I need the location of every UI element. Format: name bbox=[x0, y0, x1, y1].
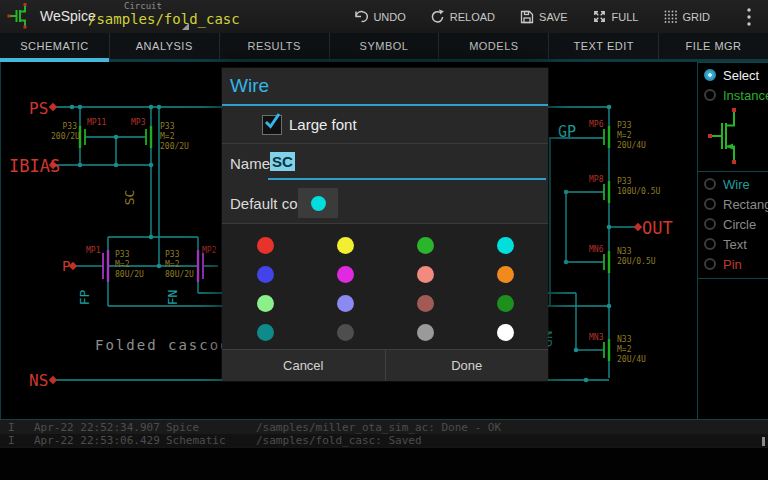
log-source: Spice bbox=[166, 421, 256, 434]
large-font-checkbox[interactable] bbox=[262, 115, 282, 135]
tool-instance-label: Instance bbox=[723, 88, 768, 103]
tool-rectangle[interactable]: Rectangle bbox=[698, 194, 768, 214]
palette-color-15[interactable] bbox=[465, 318, 545, 347]
grid-button[interactable]: GRID bbox=[651, 0, 723, 33]
color-dot bbox=[497, 266, 514, 283]
net-label-fn: FN bbox=[165, 290, 181, 306]
fullscreen-button[interactable]: FULL bbox=[580, 0, 651, 33]
device-name-mp1: MP1 bbox=[86, 246, 100, 256]
fullscreen-icon bbox=[592, 9, 607, 24]
color-dot bbox=[337, 324, 354, 341]
default-color-button[interactable] bbox=[298, 188, 338, 218]
tool-text[interactable]: Text bbox=[698, 234, 768, 254]
color-dot bbox=[417, 324, 434, 341]
device-name-mn3: MN3 bbox=[589, 333, 603, 343]
net-label-fp: FP bbox=[77, 290, 93, 306]
grid-icon bbox=[663, 9, 678, 24]
save-label: SAVE bbox=[539, 11, 568, 23]
radio-off-icon bbox=[704, 238, 716, 250]
device-size-mp11: P33 200/2U bbox=[51, 122, 77, 142]
palette-color-12[interactable] bbox=[225, 318, 305, 347]
color-dot bbox=[257, 266, 274, 283]
tool-palette: Select Instance Wire bbox=[697, 62, 768, 419]
tab-models[interactable]: MODELS bbox=[438, 33, 548, 59]
palette-color-1[interactable] bbox=[305, 231, 385, 260]
name-input[interactable]: SC bbox=[268, 148, 546, 180]
log-scrollbar-thumb[interactable] bbox=[762, 437, 765, 446]
overflow-menu-button[interactable] bbox=[736, 0, 762, 33]
name-row: Name SC bbox=[222, 144, 548, 183]
tab-results[interactable]: RESULTS bbox=[219, 33, 329, 59]
device-name-mp8: MP8 bbox=[589, 175, 603, 185]
tab-text-edit[interactable]: TEXT EDIT bbox=[548, 33, 658, 59]
color-dot bbox=[417, 295, 434, 312]
log-console: I Apr-22 22:52:34.907 Spice /samples/mil… bbox=[0, 419, 768, 448]
palette-color-3[interactable] bbox=[465, 231, 545, 260]
tool-select[interactable]: Select bbox=[698, 65, 768, 85]
color-dot bbox=[417, 266, 434, 283]
tool-wire-label: Wire bbox=[723, 177, 750, 192]
tool-instance[interactable]: Instance bbox=[698, 85, 768, 105]
log-message: /samples/fold_casc: Saved bbox=[256, 434, 422, 447]
palette-color-6[interactable] bbox=[385, 260, 465, 289]
net-label-sc: SC bbox=[122, 190, 138, 206]
color-dot bbox=[497, 295, 514, 312]
tab-schematic[interactable]: SCHEMATIC bbox=[0, 33, 109, 59]
tool-rectangle-label: Rectangle bbox=[723, 197, 768, 212]
color-dot bbox=[337, 237, 354, 254]
check-icon bbox=[263, 112, 281, 130]
palette-color-8[interactable] bbox=[225, 289, 305, 318]
save-button[interactable]: SAVE bbox=[507, 0, 580, 33]
circuit-selector[interactable]: Circuit /samples/fold_casc bbox=[86, 0, 196, 33]
log-source: Schematic bbox=[166, 434, 256, 447]
fullscreen-label: FULL bbox=[612, 11, 639, 23]
tool-pin[interactable]: Pin bbox=[698, 254, 768, 274]
name-label: Name bbox=[230, 155, 270, 172]
spinner-caret-icon bbox=[182, 23, 189, 30]
dialog-buttons: Cancel Done bbox=[222, 349, 548, 381]
device-size-mp1: P33 M=2 80U/2U bbox=[115, 250, 144, 280]
palette-color-14[interactable] bbox=[385, 318, 465, 347]
radio-off-icon bbox=[704, 258, 716, 270]
color-dot bbox=[257, 324, 274, 341]
undo-button[interactable]: UNDO bbox=[341, 0, 417, 33]
log-time: Apr-22 22:53:06.429 bbox=[34, 434, 166, 447]
schematic-caption: Folded cascode bbox=[95, 337, 241, 355]
net-label-out: OUT bbox=[642, 218, 673, 239]
system-nav-bar: 22:55 bbox=[0, 447, 768, 480]
device-size-mp3: P33 M=2 200/2U bbox=[160, 122, 189, 152]
palette-color-0[interactable] bbox=[225, 231, 305, 260]
done-button[interactable]: Done bbox=[385, 350, 549, 381]
log-time: Apr-22 22:52:34.907 bbox=[34, 421, 166, 434]
color-dot bbox=[257, 295, 274, 312]
palette-color-2[interactable] bbox=[385, 231, 465, 260]
tab-file-mgr[interactable]: FILE MGR bbox=[658, 33, 768, 59]
net-label-gp: GP bbox=[558, 123, 576, 142]
tool-wire[interactable]: Wire bbox=[698, 174, 768, 194]
reload-button[interactable]: RELOAD bbox=[418, 0, 507, 33]
circuit-path: /samples/fold_casc bbox=[88, 11, 240, 27]
instance-preview[interactable] bbox=[698, 105, 768, 167]
palette-color-7[interactable] bbox=[465, 260, 545, 289]
log-message: /samples/miller_ota_sim_ac: Done - OK bbox=[256, 421, 501, 434]
color-dot bbox=[337, 266, 354, 283]
palette-color-13[interactable] bbox=[305, 318, 385, 347]
device-name-mp2: MP2 bbox=[202, 246, 216, 256]
grid-label: GRID bbox=[683, 11, 711, 23]
wespice-app: PS IBIAS P NS OUT GP GN SC FP FN Folded … bbox=[0, 0, 768, 480]
tool-select-label: Select bbox=[723, 68, 759, 83]
tab-analysis[interactable]: ANALYSIS bbox=[109, 33, 219, 59]
palette-color-11[interactable] bbox=[465, 289, 545, 318]
tab-symbol[interactable]: SYMBOL bbox=[329, 33, 439, 59]
device-name-mp3: MP3 bbox=[131, 118, 145, 128]
tool-circle[interactable]: Circle bbox=[698, 214, 768, 234]
log-row: I Apr-22 22:52:34.907 Spice /samples/mil… bbox=[0, 420, 768, 434]
net-label-ns: NS bbox=[29, 371, 48, 391]
palette-color-4[interactable] bbox=[225, 260, 305, 289]
cancel-button[interactable]: Cancel bbox=[222, 350, 385, 381]
top-action-bar: WeSpice Circuit /samples/fold_casc UNDO … bbox=[0, 0, 768, 34]
palette-color-5[interactable] bbox=[305, 260, 385, 289]
palette-color-10[interactable] bbox=[385, 289, 465, 318]
device-size-mp8: P33 100U/0.5U bbox=[617, 177, 660, 197]
palette-color-9[interactable] bbox=[305, 289, 385, 318]
